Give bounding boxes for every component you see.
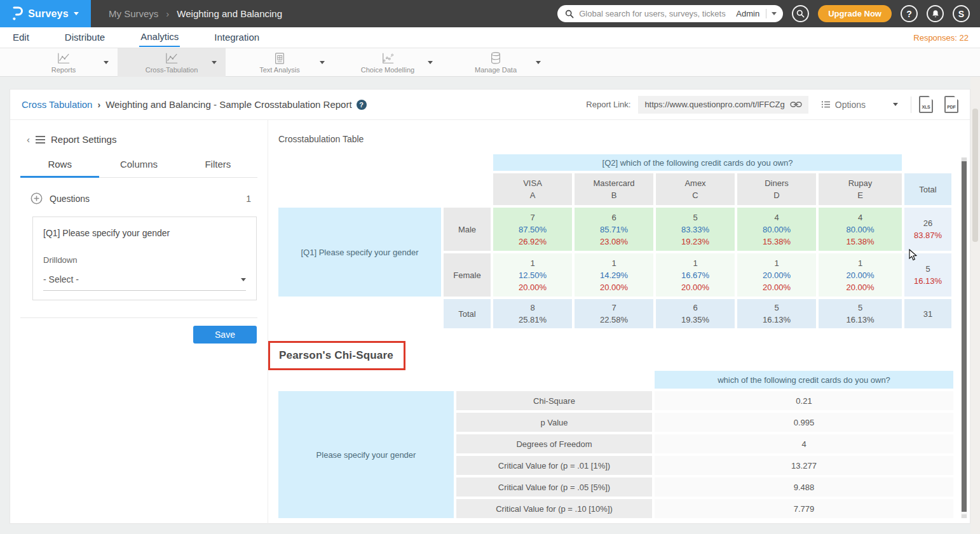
chi-square-annotation-box: Pearson's Chi-Square bbox=[268, 341, 405, 370]
drilldown-select[interactable]: - Select - bbox=[43, 274, 246, 291]
export-xls-button[interactable]: XLS bbox=[919, 96, 933, 113]
export-pdf-button[interactable]: PDF bbox=[944, 96, 958, 113]
hamburger-icon[interactable] bbox=[36, 136, 45, 144]
row-header-male: Male bbox=[444, 208, 491, 251]
responses-count: Responses: 22 bbox=[913, 33, 969, 43]
caret-down-icon[interactable] bbox=[428, 61, 433, 64]
tool-cross-tabulation[interactable]: Cross-Tabulation bbox=[118, 48, 226, 77]
search-icon bbox=[565, 10, 574, 18]
row-group-header: [Q1] Please specify your gender bbox=[278, 208, 441, 297]
line-chart-icon bbox=[165, 52, 179, 65]
scrollbar-thumb[interactable] bbox=[962, 161, 967, 512]
save-button[interactable]: Save bbox=[193, 326, 257, 344]
report-card: Cross Tabulation › Weighting and Balanci… bbox=[10, 89, 970, 524]
collapse-panel-icon[interactable]: ‹ bbox=[27, 134, 30, 145]
report-link-field[interactable]: https://www.questionpro.com/t/lFFCZg bbox=[638, 96, 808, 114]
line-chart-icon bbox=[57, 52, 71, 65]
data-cell: 583.33%19.23% bbox=[656, 208, 735, 251]
data-cell: 120.00%20.00% bbox=[819, 253, 902, 297]
tab-filters[interactable]: Filters bbox=[179, 159, 257, 177]
global-search-input[interactable]: Global search for users, surveys, ticket… bbox=[557, 5, 783, 22]
nav-edit[interactable]: Edit bbox=[11, 29, 31, 46]
fold-corner bbox=[929, 96, 933, 100]
search-scope-caret-icon[interactable] bbox=[772, 12, 777, 15]
caret-down-icon[interactable] bbox=[104, 61, 109, 64]
caret-down-icon bbox=[241, 278, 246, 281]
brand-menu[interactable]: Surveys bbox=[0, 0, 91, 27]
questions-label[interactable]: Questions bbox=[50, 194, 90, 204]
link-icon bbox=[790, 101, 802, 108]
chi-stat-label: p Value bbox=[456, 413, 652, 432]
column-header-rupay: RupayE bbox=[819, 173, 902, 205]
plus-circle-icon[interactable] bbox=[31, 192, 43, 204]
report-scrollbar[interactable] bbox=[961, 157, 967, 518]
breadcrumb-cross-tabulation[interactable]: Cross Tabulation bbox=[22, 99, 92, 110]
column-header-amex: AmexC bbox=[656, 173, 735, 205]
data-cell: 480.00%15.38% bbox=[737, 208, 816, 251]
bell-icon bbox=[931, 9, 940, 18]
column-group-header: [Q2] which of the following credit cards… bbox=[493, 154, 902, 171]
chi-stat-value: 0.21 bbox=[655, 391, 953, 410]
fold-corner bbox=[954, 96, 958, 100]
tool-manage-data[interactable]: Manage Data bbox=[442, 48, 550, 77]
options-label: Options bbox=[835, 100, 866, 110]
caret-down-icon bbox=[74, 12, 79, 15]
nav-integration[interactable]: Integration bbox=[213, 29, 261, 46]
caret-down-icon bbox=[893, 103, 898, 106]
chi-stat-value: 0.995 bbox=[655, 413, 953, 432]
pdf-icon: PDF bbox=[947, 105, 955, 109]
chi-square-section-title: Pearson's Chi-Square bbox=[279, 349, 393, 362]
chi-column-header: which of the following credit cards do y… bbox=[655, 371, 953, 389]
settings-title: Report Settings bbox=[51, 134, 116, 145]
report-header: Cross Tabulation › Weighting and Balanci… bbox=[10, 90, 970, 120]
window-scrollbar[interactable] bbox=[970, 77, 980, 534]
search-icon bbox=[796, 10, 805, 18]
question-card: [Q1] Please specify your gender Drilldow… bbox=[32, 217, 257, 300]
scrollbar-thumb[interactable] bbox=[972, 109, 978, 242]
crosstab-table: [Q2] which of the following credit cards… bbox=[278, 154, 951, 328]
divider bbox=[911, 97, 911, 113]
nav-analytics[interactable]: Analytics bbox=[139, 28, 180, 47]
total-cell: 516.13% bbox=[819, 299, 902, 328]
crosstab-section-title: Crosstabulation Table bbox=[278, 134, 364, 144]
caret-down-icon[interactable] bbox=[536, 61, 541, 64]
xls-icon: XLS bbox=[922, 105, 930, 109]
breadcrumb-survey-name: Weighting and Balancing bbox=[177, 8, 282, 19]
help-button[interactable]: ? bbox=[901, 5, 918, 22]
tool-choice-modelling[interactable]: Choice Modelling bbox=[334, 48, 442, 77]
divider bbox=[20, 317, 257, 318]
data-cell: 120.00%20.00% bbox=[737, 253, 816, 297]
tool-reports[interactable]: Reports bbox=[10, 48, 118, 77]
column-header-diners: DinersD bbox=[737, 173, 816, 205]
chi-stat-label: Critical Value for (p = .01 [1%]) bbox=[456, 456, 652, 475]
avatar[interactable]: S bbox=[953, 5, 970, 22]
tool-text-analysis[interactable]: Text Analysis bbox=[226, 48, 334, 77]
chi-stat-label: Critical Value for (p = .05 [5%]) bbox=[456, 477, 652, 497]
search-submit-button[interactable] bbox=[792, 5, 809, 22]
brand-label: Surveys bbox=[28, 8, 69, 20]
tab-columns[interactable]: Columns bbox=[99, 159, 178, 177]
report-link-label: Report Link: bbox=[586, 100, 630, 109]
cursor-icon bbox=[909, 249, 918, 262]
options-dropdown[interactable]: Options bbox=[816, 100, 903, 110]
chi-stat-value: 4 bbox=[655, 434, 953, 453]
breadcrumb-my-surveys[interactable]: My Surveys bbox=[109, 8, 158, 19]
drilldown-value: - Select - bbox=[43, 274, 79, 284]
chi-stat-label: Chi-Square bbox=[456, 391, 652, 410]
upgrade-now-button[interactable]: Upgrade Now bbox=[818, 5, 892, 22]
column-header-mastercard: MastercardB bbox=[575, 173, 653, 205]
nav-distribute[interactable]: Distribute bbox=[64, 29, 106, 46]
tab-rows[interactable]: Rows bbox=[20, 159, 99, 178]
settings-tabs: Rows Columns Filters bbox=[20, 159, 257, 178]
caret-down-icon[interactable] bbox=[212, 61, 217, 64]
drilldown-label: Drilldown bbox=[43, 255, 246, 265]
analytics-toolbar: Reports Cross-Tabulation Text Analysis C… bbox=[0, 48, 980, 77]
report-url[interactable]: https://www.questionpro.com/t/lFFCZg bbox=[644, 100, 784, 109]
question-text: [Q1] Please specify your gender bbox=[43, 228, 246, 238]
caret-down-icon[interactable] bbox=[320, 61, 325, 64]
data-cell: 116.67%20.00% bbox=[656, 253, 735, 297]
questions-count: 1 bbox=[246, 194, 251, 204]
help-icon[interactable]: ? bbox=[357, 100, 367, 110]
notifications-button[interactable] bbox=[927, 5, 944, 22]
chevron-right-icon: › bbox=[166, 8, 169, 19]
